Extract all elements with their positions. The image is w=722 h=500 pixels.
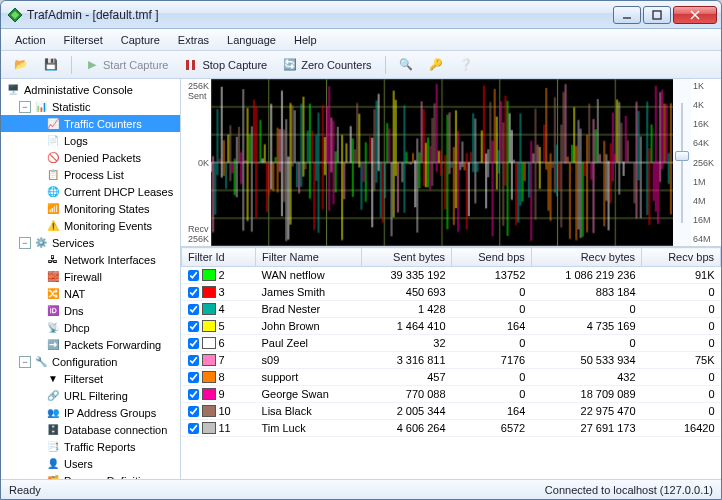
table-row[interactable]: 4Brad Nester1 428000	[182, 301, 721, 318]
tree-ip-address-groups[interactable]: 👥IP Address Groups	[1, 404, 180, 421]
titlebar: TrafAdmin - [default.tmf ]	[1, 1, 721, 29]
tree-packets-forwarding[interactable]: ➡️Packets Forwarding	[1, 336, 180, 353]
tree-network-interfaces[interactable]: 🖧Network Interfaces	[1, 251, 180, 268]
row-checkbox[interactable]	[188, 389, 199, 400]
save-button[interactable]: 💾	[37, 55, 65, 75]
row-checkbox[interactable]	[188, 270, 199, 281]
filter-name: James Smith	[256, 284, 362, 301]
menu-help[interactable]: Help	[286, 32, 325, 48]
table-row[interactable]: 3James Smith450 6930883 1840	[182, 284, 721, 301]
tree-statistic[interactable]: −📊Statistic	[1, 98, 180, 115]
table-row[interactable]: 2WAN netflow39 335 192137521 086 219 236…	[182, 267, 721, 284]
menu-action[interactable]: Action	[7, 32, 54, 48]
chart-scale-slider-col	[673, 79, 691, 246]
menu-capture[interactable]: Capture	[113, 32, 168, 48]
console-icon: 🖥️	[5, 82, 21, 98]
minimize-button[interactable]	[613, 6, 641, 24]
tree-process-definitions[interactable]: 🗂️Process Definitions	[1, 472, 180, 479]
table-row[interactable]: 6Paul Zeel32000	[182, 335, 721, 352]
tool-search-button[interactable]: 🔍	[392, 55, 420, 75]
table-row[interactable]: 5John Brown1 464 4101644 735 1690	[182, 318, 721, 335]
chart-scale-slider[interactable]	[674, 103, 690, 223]
collapse-icon[interactable]: −	[19, 356, 31, 368]
col-recv-bps[interactable]: Recv bps	[642, 248, 721, 267]
zero-counters-button[interactable]: 🔄 Zero Counters	[276, 55, 378, 75]
slider-thumb[interactable]	[675, 151, 689, 161]
sent-bytes: 770 088	[362, 386, 452, 403]
menu-extras[interactable]: Extras	[170, 32, 217, 48]
tree-services[interactable]: −⚙️Services	[1, 234, 180, 251]
sent-bytes: 1 464 410	[362, 318, 452, 335]
table-row[interactable]: 9George Swan770 088018 709 0890	[182, 386, 721, 403]
filters-table-wrap[interactable]: Filter Id Filter Name Sent bytes Send bp…	[181, 247, 721, 479]
chart-y-right: 1K 4K 16K 64K 256K 1M 4M 16M 64M	[691, 79, 721, 246]
row-checkbox[interactable]	[188, 321, 199, 332]
open-button[interactable]: 📂	[7, 55, 35, 75]
menu-filterset[interactable]: Filterset	[56, 32, 111, 48]
chart-y-left: 256KSent 0K Recv256K	[181, 79, 211, 246]
tree-dhcp[interactable]: 📡Dhcp	[1, 319, 180, 336]
row-checkbox[interactable]	[188, 423, 199, 434]
tree-root[interactable]: 🖥️Administative Console	[1, 81, 180, 98]
tree-traffic-reports[interactable]: 📑Traffic Reports	[1, 438, 180, 455]
tool-help-button[interactable]: ❔	[452, 55, 480, 75]
row-checkbox[interactable]	[188, 304, 199, 315]
tree-dhcp-leases[interactable]: 🌐Current DHCP Leases	[1, 183, 180, 200]
col-send-bps[interactable]: Send bps	[452, 248, 532, 267]
recv-bytes: 883 184	[531, 284, 641, 301]
row-checkbox[interactable]	[188, 406, 199, 417]
filter-id: 10	[219, 405, 231, 417]
table-row[interactable]: 8support45704320	[182, 369, 721, 386]
recv-bps: 75K	[642, 352, 721, 369]
collapse-icon[interactable]: −	[19, 237, 31, 249]
start-capture-label: Start Capture	[103, 59, 168, 71]
filter-id: 5	[219, 320, 225, 332]
recv-bps: 0	[642, 284, 721, 301]
menu-language[interactable]: Language	[219, 32, 284, 48]
color-swatch	[202, 388, 216, 400]
tree-database-connection[interactable]: 🗄️Database connection	[1, 421, 180, 438]
table-row[interactable]: 7s093 316 811717650 533 93475K	[182, 352, 721, 369]
recv-bps: 16420	[642, 420, 721, 437]
sent-bytes: 39 335 192	[362, 267, 452, 284]
zero-icon: 🔄	[283, 58, 297, 72]
tree-process-list[interactable]: 📋Process List	[1, 166, 180, 183]
tree-url-filtering[interactable]: 🔗URL Filtering	[1, 387, 180, 404]
row-checkbox[interactable]	[188, 355, 199, 366]
stop-capture-button[interactable]: Stop Capture	[177, 55, 274, 75]
send-bps: 13752	[452, 267, 532, 284]
row-checkbox[interactable]	[188, 338, 199, 349]
col-filter-name[interactable]: Filter Name	[256, 248, 362, 267]
col-recv-bytes[interactable]: Recv bytes	[531, 248, 641, 267]
tree-monitoring-events[interactable]: ⚠️Monitoring Events	[1, 217, 180, 234]
close-button[interactable]	[673, 6, 717, 24]
row-checkbox[interactable]	[188, 287, 199, 298]
start-capture-button[interactable]: ▶ Start Capture	[78, 55, 175, 75]
filter-id: 6	[219, 337, 225, 349]
tree-nat[interactable]: 🔀NAT	[1, 285, 180, 302]
tree-monitoring-states[interactable]: 📶Monitoring States	[1, 200, 180, 217]
col-sent-bytes[interactable]: Sent bytes	[362, 248, 452, 267]
table-row[interactable]: 11Tim Luck4 606 264657227 691 17316420	[182, 420, 721, 437]
collapse-icon[interactable]: −	[19, 101, 31, 113]
tree-filterset[interactable]: ▼Filterset	[1, 370, 180, 387]
tree-sidebar[interactable]: 🖥️Administative Console −📊Statistic 📈Tra…	[1, 79, 181, 479]
counter-icon: 📈	[45, 116, 61, 132]
tree-users[interactable]: 👤Users	[1, 455, 180, 472]
tree-logs[interactable]: 📄Logs	[1, 132, 180, 149]
tree-firewall[interactable]: 🧱Firewall	[1, 268, 180, 285]
col-filter-id[interactable]: Filter Id	[182, 248, 256, 267]
row-checkbox[interactable]	[188, 372, 199, 383]
tree-traffic-counters[interactable]: 📈Traffic Counters	[1, 115, 180, 132]
recv-bps: 0	[642, 335, 721, 352]
filter-name: George Swan	[256, 386, 362, 403]
table-row[interactable]: 10Lisa Black2 005 34416422 975 4700	[182, 403, 721, 420]
maximize-button[interactable]	[643, 6, 671, 24]
tool-key-button[interactable]: 🔑	[422, 55, 450, 75]
tree-denied-packets[interactable]: 🚫Denied Packets	[1, 149, 180, 166]
color-swatch	[202, 405, 216, 417]
tree-configuration[interactable]: −🔧Configuration	[1, 353, 180, 370]
tree-dns[interactable]: 🆔Dns	[1, 302, 180, 319]
send-bps: 7176	[452, 352, 532, 369]
recv-bps: 91K	[642, 267, 721, 284]
